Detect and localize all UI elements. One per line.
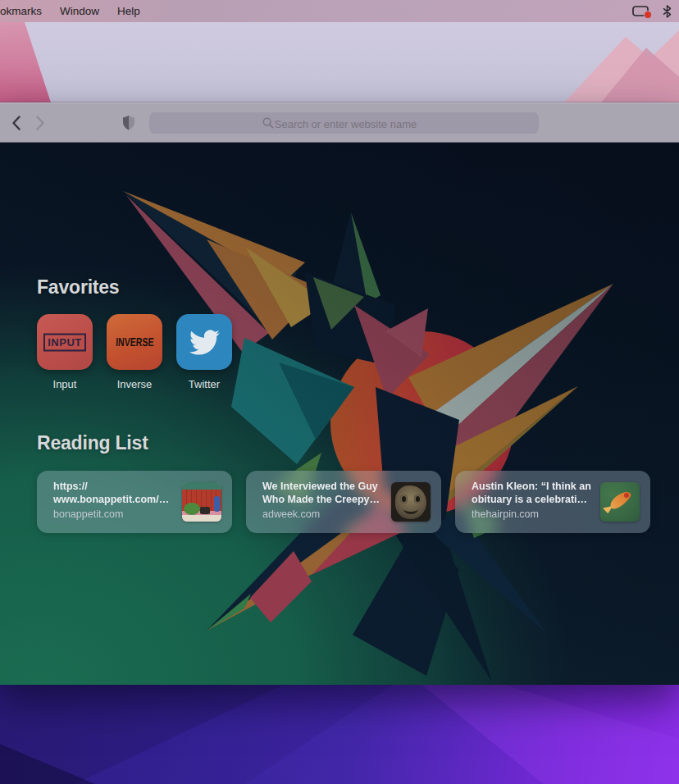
privacy-shield-button[interactable] <box>120 114 138 132</box>
reading-item-domain: thehairpin.com <box>472 508 596 520</box>
reading-list-item-thehairpin[interactable]: Austin Kleon: “I think an obituary is a … <box>455 471 650 533</box>
browser-toolbar <box>0 103 679 143</box>
recording-dot <box>645 11 651 18</box>
favorite-twitter[interactable]: Twitter <box>176 314 232 390</box>
bonappetit-illustration-thumbnail <box>182 482 221 522</box>
menu-status-icons <box>632 5 679 18</box>
thumb-ground <box>182 515 221 522</box>
reading-item-title: Austin Kleon: “I think an obituary is a … <box>472 480 596 506</box>
reading-item-title: We Interviewed the Guy Who Made the Cree… <box>262 480 387 506</box>
inverse-site-icon: INVERSE <box>107 314 162 370</box>
wallpaper-pink-wave-left <box>0 22 57 103</box>
reading-list-heading: Reading List <box>37 432 148 454</box>
input-logo: INPUT <box>43 333 86 351</box>
menu-item-help[interactable]: Help <box>108 5 149 17</box>
safari-window: Favorites INPUT Input INVERSE Inverse <box>0 103 679 684</box>
menu-items: okmarks Window Help <box>0 5 149 17</box>
reading-item-domain: bonappetit.com <box>53 508 178 520</box>
favorites-heading: Favorites <box>37 276 119 299</box>
thumb-face-mouth <box>403 504 418 514</box>
favorite-label-twitter: Twitter <box>189 378 220 390</box>
bluetooth-icon[interactable] <box>663 5 672 18</box>
creepy-face-thumbnail <box>391 482 431 522</box>
desktop-wallpaper-top <box>0 22 679 103</box>
reading-item-text: https:// www.bonappetit.com/… bonappetit… <box>53 480 178 520</box>
reading-item-domain: adweek.com <box>262 508 387 520</box>
input-site-icon: INPUT <box>37 314 93 370</box>
thumb-face-eye <box>414 495 422 504</box>
reading-item-title: https:// www.bonappetit.com/… <box>53 480 178 506</box>
reading-list-item-adweek[interactable]: We Interviewed the Guy Who Made the Cree… <box>246 471 441 533</box>
favorite-label-input: Input <box>53 378 77 390</box>
thumb-bush <box>184 503 200 515</box>
search-field[interactable] <box>149 112 539 134</box>
reading-item-text: Austin Kleon: “I think an obituary is a … <box>472 480 596 520</box>
reading-item-text: We Interviewed the Guy Who Made the Cree… <box>262 480 387 520</box>
menu-bar: okmarks Window Help <box>0 0 679 22</box>
back-button[interactable] <box>5 113 26 133</box>
desktop-wallpaper-bottom <box>0 684 679 784</box>
thumb-koi-spot <box>624 493 629 498</box>
inverse-logo: INVERSE <box>115 335 153 349</box>
screenshot-root: okmarks Window Help <box>0 0 679 784</box>
thumb-sky <box>182 482 221 490</box>
favorite-label-inverse: Inverse <box>117 378 153 390</box>
back-icon <box>11 115 21 131</box>
twitter-bird-icon <box>176 314 232 370</box>
forward-button[interactable] <box>30 113 51 133</box>
privacy-shield-icon <box>122 115 135 131</box>
reading-list-row: https:// www.bonappetit.com/… bonappetit… <box>37 471 650 533</box>
thumb-person <box>214 496 220 512</box>
search-input[interactable] <box>149 112 542 135</box>
screen-recording-indicator-icon[interactable] <box>632 5 649 17</box>
favorite-inverse[interactable]: INVERSE Inverse <box>107 314 162 390</box>
thumb-grill <box>200 507 210 514</box>
start-page-overlay: Favorites INPUT Input INVERSE Inverse <box>0 143 679 685</box>
forward-icon <box>35 115 46 131</box>
koi-fish-thumbnail <box>600 482 640 522</box>
start-page: Favorites INPUT Input INVERSE Inverse <box>0 143 679 685</box>
favorite-input[interactable]: INPUT Input <box>37 314 93 390</box>
reading-list-item-bonappetit[interactable]: https:// www.bonappetit.com/… bonappetit… <box>37 471 232 533</box>
menu-item-bookmarks[interactable]: okmarks <box>0 5 51 17</box>
favorites-row: INPUT Input INVERSE Inverse <box>37 314 232 390</box>
menu-item-window[interactable]: Window <box>51 5 108 17</box>
thumb-face-eye <box>400 495 408 504</box>
